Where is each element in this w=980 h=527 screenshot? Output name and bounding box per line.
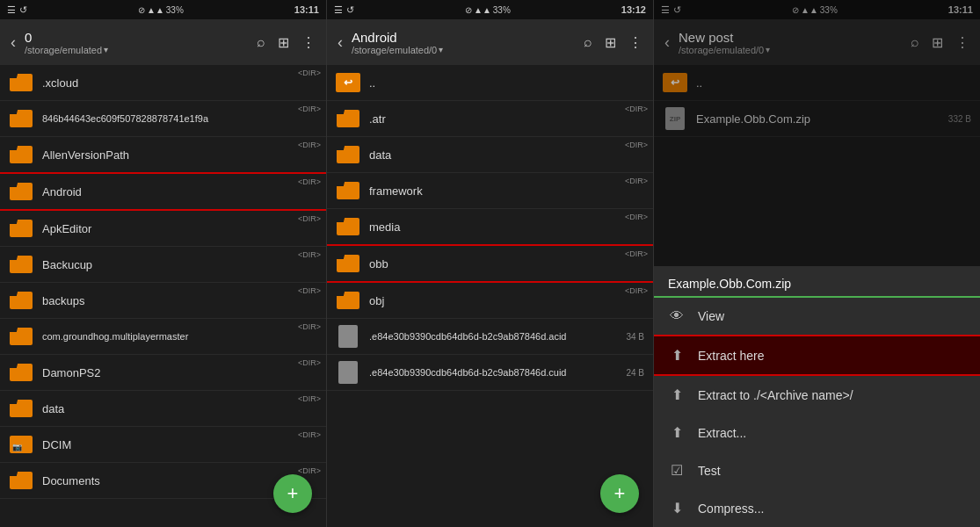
list-item[interactable]: .xcloud <DIR> (0, 65, 326, 101)
file-name: obb (369, 257, 644, 271)
list-item[interactable]: backups <DIR> (0, 283, 326, 319)
folder-icon (336, 253, 360, 274)
more-button-2[interactable]: ⋮ (625, 31, 646, 54)
file-name: 846b44643ec609f507828878741e1f9a (42, 113, 317, 124)
context-menu-extract-here[interactable]: ⬆ Extract here (654, 335, 980, 376)
top-actions-1: ⌕ ⊞ ⋮ (253, 31, 319, 54)
file-name: .e84e30b9390cdb64db6d-b2c9ab87846d.cuid (369, 367, 626, 378)
path-subtitle-1: /storage/emulated ▾ (25, 45, 248, 55)
top-bar-1: ‹ 0 /storage/emulated ▾ ⌕ ⊞ ⋮ (0, 19, 326, 65)
file-name: ApkEditor (42, 222, 317, 235)
refresh-icon-1: ↺ (19, 4, 27, 16)
grid-button-2[interactable]: ⊞ (601, 31, 620, 54)
notification-icon-1: ☰ (7, 4, 16, 16)
context-menu-extract-to[interactable]: ⬆ Extract to ./<Archive name>/ (654, 376, 980, 414)
list-item[interactable]: 📷 DCIM <DIR> (0, 427, 326, 463)
no-disturb-icon-1: ⊘ (138, 5, 145, 15)
list-item[interactable]: data <DIR> (327, 137, 653, 173)
panel-3: ☰ ↺ ⊘ ▲▲ 33% 13:11 ‹ New post /storage/e… (654, 0, 980, 527)
folder-icon (9, 398, 33, 419)
list-item[interactable]: AllenVersionPath <DIR> (0, 137, 326, 174)
list-item[interactable]: com.groundhog.multiplayermaster <DIR> (0, 319, 326, 355)
dir-badge: <DIR> (298, 394, 321, 403)
file-name: .atr (369, 112, 644, 126)
dir-badge: <DIR> (298, 177, 321, 186)
list-item[interactable]: .e84e30b9390cdb64db6d-b2c9ab87846d.cuid … (327, 355, 653, 391)
status-bar-1: ☰ ↺ ⊘ ▲▲ 33% 13:11 (0, 0, 326, 19)
list-item[interactable]: ApkEditor <DIR> (0, 211, 326, 247)
context-menu-extract[interactable]: ⬆ Extract... (654, 414, 980, 451)
folder-icon (336, 108, 360, 129)
file-name: framework (369, 184, 644, 198)
list-item[interactable]: ↩ .. (327, 65, 653, 101)
file-name: DCIM (42, 438, 317, 451)
status-icons-2: ⊘ ▲▲ 33% (465, 5, 511, 15)
search-button-1[interactable]: ⌕ (253, 31, 269, 54)
folder-icon (9, 326, 33, 347)
dir-badge: <DIR> (298, 141, 321, 149)
folder-icon (9, 218, 33, 239)
path-subtitle-2: /storage/emulated/0 ▾ (352, 45, 575, 55)
status-left-1: ☰ ↺ (7, 4, 27, 16)
grid-button-1[interactable]: ⊞ (274, 31, 293, 54)
panel-1: ☰ ↺ ⊘ ▲▲ 33% 13:11 ‹ 0 /storage/emulated… (0, 0, 327, 527)
list-item[interactable]: Android <DIR> (0, 174, 326, 211)
path-info-1: 0 /storage/emulated ▾ (25, 30, 248, 55)
back-button-1[interactable]: ‹ (7, 30, 19, 55)
more-button-1[interactable]: ⋮ (298, 31, 319, 54)
list-item[interactable]: Backucup <DIR> (0, 247, 326, 283)
list-item[interactable]: .e84e30b9390cdb64db6d-b2c9ab87846d.acid … (327, 319, 653, 355)
folder-icon (336, 216, 360, 237)
status-right-2: 13:12 (621, 4, 646, 15)
context-menu: Example.Obb.Com.zip 👁 View ⬆ Extract her… (654, 266, 980, 527)
list-item[interactable]: obj <DIR> (327, 283, 653, 319)
dir-badge: <DIR> (625, 213, 648, 221)
dir-badge: <DIR> (298, 105, 321, 113)
file-name: .. (369, 76, 644, 90)
doc-icon (336, 326, 360, 347)
dir-badge: <DIR> (298, 69, 321, 77)
upload-icon-extract-here: ⬆ (668, 347, 686, 364)
file-list-2: ↩ .. .atr <DIR> data <DIR> framework <DI… (327, 65, 653, 527)
list-item[interactable]: obb <DIR> (327, 246, 653, 283)
context-menu-extract-label: Extract... (698, 426, 746, 440)
folder-icon (9, 108, 33, 129)
context-menu-extract-here-label: Extract here (698, 349, 764, 363)
path-arrow-2: ▾ (439, 45, 443, 54)
dir-badge: <DIR> (625, 141, 648, 149)
no-disturb-icon-2: ⊘ (465, 5, 472, 15)
panel-2: ☰ ↺ ⊘ ▲▲ 33% 13:12 ‹ Android /storage/em… (327, 0, 654, 527)
folder-camera-icon: 📷 (9, 434, 33, 455)
context-menu-test[interactable]: ☑ Test (654, 451, 980, 489)
list-item[interactable]: DamonPS2 <DIR> (0, 355, 326, 391)
checkbox-icon: ☑ (668, 462, 686, 479)
context-menu-compress[interactable]: ⬇ Compress... (654, 489, 980, 527)
fab-button-2[interactable]: + (600, 474, 639, 513)
list-item[interactable]: .atr <DIR> (327, 101, 653, 137)
file-name: .xcloud (42, 76, 317, 90)
file-size: 24 B (626, 368, 644, 378)
list-item[interactable]: framework <DIR> (327, 173, 653, 209)
path-title-1: 0 (25, 30, 248, 45)
signal-icon-2: ▲▲ (474, 5, 491, 15)
dir-badge: <DIR> (298, 214, 321, 223)
folder-icon (9, 362, 33, 383)
list-item[interactable]: 846b44643ec609f507828878741e1f9a <DIR> (0, 101, 326, 137)
list-item[interactable]: media <DIR> (327, 209, 653, 246)
file-name: media (369, 220, 644, 234)
fab-button-1[interactable]: + (273, 474, 312, 513)
upload-icon-extract-to: ⬆ (668, 386, 686, 403)
context-menu-view-label: View (698, 309, 724, 323)
time-2: 13:12 (621, 4, 646, 15)
refresh-icon-2: ↺ (346, 4, 354, 16)
search-button-2[interactable]: ⌕ (580, 31, 596, 54)
back-button-2[interactable]: ‹ (334, 30, 346, 55)
file-name: backups (42, 294, 317, 307)
top-actions-2: ⌕ ⊞ ⋮ (580, 31, 646, 54)
list-item[interactable]: data <DIR> (0, 391, 326, 427)
file-name: com.groundhog.multiplayermaster (42, 331, 317, 342)
dir-badge: <DIR> (298, 322, 321, 331)
time-1: 13:11 (294, 4, 319, 15)
context-menu-view[interactable]: 👁 View (654, 298, 980, 335)
context-menu-compress-label: Compress... (698, 502, 764, 516)
